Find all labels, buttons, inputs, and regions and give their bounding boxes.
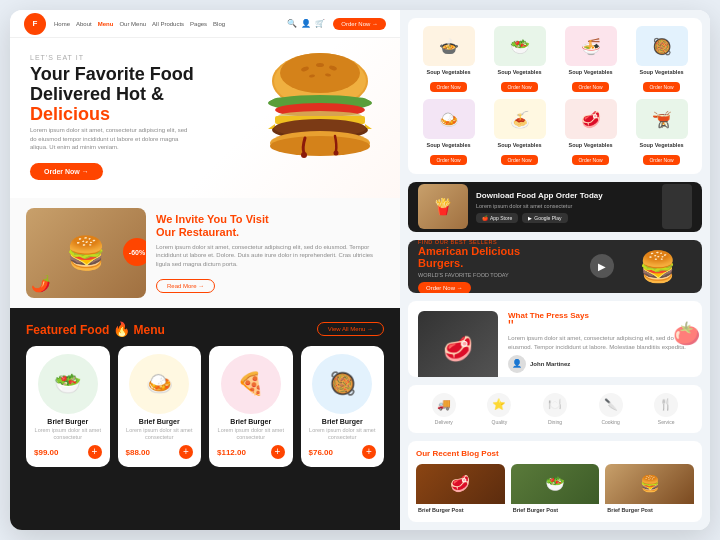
menu-card-4-price: $76.00 <box>309 448 333 457</box>
app-download-desc: Lorem ipsum dolor sit amet consectetur <box>476 203 603 209</box>
user-icon[interactable]: 👤 <box>301 19 311 28</box>
play-button[interactable]: ▶ <box>590 254 614 278</box>
menu-food-emoji-2: 🍛 <box>129 354 189 414</box>
view-all-menu-button[interactable]: View All Menu → <box>317 322 384 336</box>
food-grid-item-5: 🍛 Soup Vegetables Order Now <box>416 99 481 166</box>
android-icon: ▶ <box>528 215 532 221</box>
nav-about[interactable]: About <box>76 21 92 27</box>
service-label: Service <box>658 419 675 425</box>
blog-post-1-img: 🥩 <box>416 464 505 504</box>
page-wrapper: F Home About Menu Our Menu All Products … <box>10 10 710 530</box>
food-item-2-order-button[interactable]: Order Now <box>501 82 537 92</box>
order-now-button[interactable]: Order Now → <box>333 18 386 30</box>
food-item-6-order-button[interactable]: Order Now <box>501 155 537 165</box>
left-panel: F Home About Menu Our Menu All Products … <box>10 10 400 530</box>
food-item-6-name: Soup Vegetables <box>487 142 552 148</box>
icon-service: 🍴 Service <box>654 393 678 425</box>
menu-card-1: 🥗 Brief Burger Lorem ipsum dolor sit ame… <box>26 346 110 467</box>
hero-section: LET'S EAT IT Your Favorite Food Delivere… <box>10 38 400 198</box>
food-item-4-img: 🥘 <box>636 26 688 66</box>
nav-blog[interactable]: Blog <box>213 21 225 27</box>
search-icon[interactable]: 🔍 <box>287 19 297 28</box>
featured-menu-section: Featured Food 🔥 Menu View All Menu → 🥗 B <box>10 308 400 530</box>
burgers-dark-text: FIND OUR BEST SELLERS American Delicious… <box>418 240 582 293</box>
menu-card-1-name: Brief Burger <box>34 418 102 425</box>
menu-card-2-add-button[interactable]: + <box>179 445 193 459</box>
press-title: What The Press Says <box>508 311 692 320</box>
app-phone-mockup <box>662 184 692 229</box>
menu-food-emoji-4: 🥘 <box>312 354 372 414</box>
quality-icon: ⭐ <box>487 393 511 417</box>
menu-card-4-add-button[interactable]: + <box>362 445 376 459</box>
menu-card-1-footer: $99.00 + <box>34 445 102 459</box>
nav-pages[interactable]: Pages <box>190 21 207 27</box>
blog-post-3-title: Brief Burger Post <box>605 504 694 514</box>
android-store-button[interactable]: ▶ Google Play <box>522 213 567 223</box>
nav-products[interactable]: All Products <box>152 21 184 27</box>
food-item-4-name: Soup Vegetables <box>629 69 694 75</box>
food-item-5-order-button[interactable]: Order Now <box>430 155 466 165</box>
press-section: 🥩 What The Press Says " Lorem ipsum dolo… <box>408 301 702 377</box>
quote-icon: " <box>508 323 692 331</box>
food-item-3-img: 🍜 <box>565 26 617 66</box>
food-item-3-order-button[interactable]: Order Now <box>572 82 608 92</box>
menu-card-2-price: $88.00 <box>126 448 150 457</box>
delivery-label: Delivery <box>435 419 453 425</box>
burgers-dark-section: FIND OUR BEST SELLERS American Delicious… <box>408 240 702 293</box>
menu-title-plain: Featured Food <box>26 323 109 337</box>
author-name: John Martinez <box>530 361 570 367</box>
press-food-image: 🥩 <box>418 311 498 377</box>
blog-post-3[interactable]: 🍔 Brief Burger Post <box>605 464 694 514</box>
hero-title-line1: Your Favorite Food <box>30 64 194 84</box>
svg-point-4 <box>316 63 324 67</box>
svg-point-16 <box>301 152 307 158</box>
hero-burger-image <box>250 43 390 183</box>
restaurant-title-plain: We Invite You To Visit <box>156 213 269 225</box>
apple-icon: 🍎 <box>482 215 488 221</box>
menu-card-1-add-button[interactable]: + <box>88 445 102 459</box>
menu-card-3-price: $112.00 <box>217 448 246 457</box>
restaurant-title-highlight: Restaurant. <box>179 226 240 238</box>
cart-icon[interactable]: 🛒 <box>315 19 325 28</box>
press-author: 👤 John Martinez <box>508 355 692 373</box>
blog-post-2-img: 🥗 <box>511 464 600 504</box>
nav-home[interactable]: Home <box>54 21 70 27</box>
food-item-1-name: Soup Vegetables <box>416 69 481 75</box>
restaurant-read-more-button[interactable]: Read More → <box>156 279 215 293</box>
dining-icon: 🍽️ <box>543 393 567 417</box>
menu-card-3-img: 🍕 <box>221 354 281 414</box>
food-item-2-name: Soup Vegetables <box>487 69 552 75</box>
menu-card-2-name: Brief Burger <box>126 418 194 425</box>
cooking-label: Cooking <box>601 419 619 425</box>
icon-cooking: 🔪 Cooking <box>599 393 623 425</box>
burgers-order-button[interactable]: Order Now → <box>418 282 471 293</box>
nav-ourmenu[interactable]: Our Menu <box>119 21 146 27</box>
food-item-8-order-button[interactable]: Order Now <box>643 155 679 165</box>
blog-post-2[interactable]: 🥗 Brief Burger Post <box>511 464 600 514</box>
press-quote-text: Lorem ipsum dolor sit amet, consectetur … <box>508 334 692 351</box>
blog-section: Our Recent Blog Post 🥩 Brief Burger Post… <box>408 441 702 522</box>
restaurant-description: Lorem ipsum dolor sit amet, consectetur … <box>156 243 384 268</box>
nav-menu[interactable]: Menu <box>98 21 114 27</box>
app-store-buttons: 🍎 App Store ▶ Google Play <box>476 213 603 223</box>
app-download-content: Download Food App Order Today Lorem ipsu… <box>476 191 603 223</box>
food-item-7-order-button[interactable]: Order Now <box>572 155 608 165</box>
food-grid-item-1: 🍲 Soup Vegetables Order Now <box>416 26 481 93</box>
press-content: What The Press Says " Lorem ipsum dolor … <box>508 311 692 367</box>
menu-card-4-img: 🥘 <box>312 354 372 414</box>
food-item-1-order-button[interactable]: Order Now <box>430 82 466 92</box>
menu-card-3-add-button[interactable]: + <box>271 445 285 459</box>
food-item-6-img: 🍝 <box>494 99 546 139</box>
hero-cta-button[interactable]: Order Now → <box>30 163 103 180</box>
food-item-8-name: Soup Vegetables <box>629 142 694 148</box>
food-grid-item-7: 🥩 Soup Vegetables Order Now <box>558 99 623 166</box>
blog-post-1[interactable]: 🥩 Brief Burger Post <box>416 464 505 514</box>
burgers-title-highlight: Burgers. <box>418 257 463 269</box>
food-item-7-name: Soup Vegetables <box>558 142 623 148</box>
food-item-4-order-button[interactable]: Order Now <box>643 82 679 92</box>
burgers-subtitle: WORLD'S FAVORITE FOOD TODAY <box>418 272 582 278</box>
service-icon: 🍴 <box>654 393 678 417</box>
ios-store-button[interactable]: 🍎 App Store <box>476 213 518 223</box>
food-grid-item-3: 🍜 Soup Vegetables Order Now <box>558 26 623 93</box>
blog-title: Our Recent Blog Post <box>416 449 694 458</box>
